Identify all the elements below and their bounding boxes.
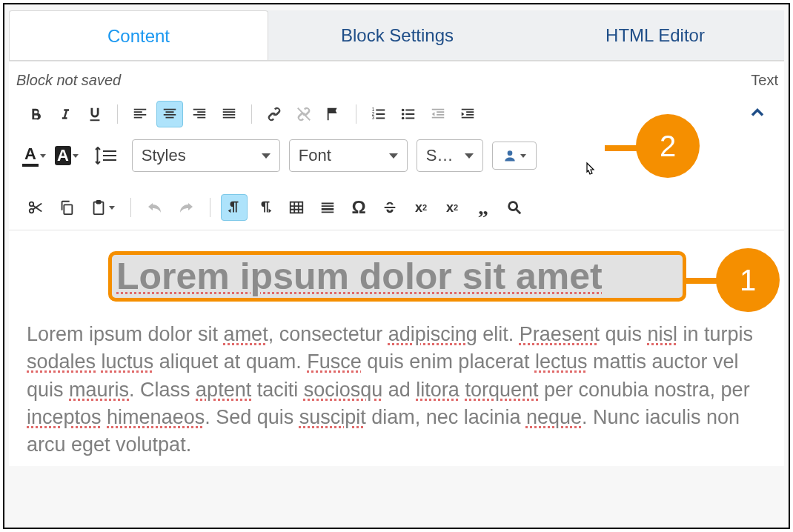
- table-button[interactable]: [283, 194, 310, 221]
- bold-button[interactable]: [22, 101, 49, 127]
- svg-point-3: [402, 109, 405, 112]
- hr-button[interactable]: [314, 194, 341, 221]
- strikethrough-icon: [382, 199, 398, 216]
- text: in turpis: [677, 323, 753, 345]
- text: quis enim placerat: [362, 350, 535, 373]
- hr-icon: [319, 199, 336, 216]
- italic-button[interactable]: [52, 101, 79, 127]
- align-left-button[interactable]: [127, 101, 153, 127]
- line-height-button[interactable]: [87, 142, 123, 169]
- outdent-button[interactable]: [425, 101, 451, 127]
- font-select-label: Font: [299, 146, 331, 165]
- bg-color-button[interactable]: A: [55, 146, 79, 165]
- text: [96, 350, 102, 373]
- spell-error: sodales: [27, 350, 96, 373]
- styles-select[interactable]: Styles: [132, 139, 280, 172]
- toolbar-row-3: Ω x2 x2 „: [9, 178, 784, 230]
- align-center-button[interactable]: [156, 101, 183, 127]
- text-color-button[interactable]: A: [22, 144, 46, 167]
- spell-error: neque: [526, 406, 582, 428]
- person-icon: [502, 148, 517, 163]
- align-justify-button[interactable]: [216, 101, 242, 127]
- tab-html-editor[interactable]: HTML Editor: [526, 10, 784, 60]
- caret-down-icon: [73, 154, 79, 158]
- collapse-toolbar-button[interactable]: [747, 102, 778, 126]
- spell-error: sociosqu: [304, 379, 383, 401]
- save-status: Block not saved: [16, 72, 121, 89]
- svg-point-4: [402, 113, 405, 116]
- content-panel: Block not saved Text: [9, 61, 784, 230]
- spell-error: suscipit: [299, 406, 366, 428]
- underline-button[interactable]: [82, 101, 108, 127]
- numbered-list-button[interactable]: 123: [365, 101, 392, 127]
- text: aliquet at quam.: [153, 350, 307, 373]
- size-select-label: S…: [426, 146, 454, 165]
- link-icon: [265, 106, 283, 122]
- text: , consectetur: [268, 323, 388, 345]
- bullet-list-button[interactable]: [395, 101, 422, 127]
- special-char-button[interactable]: Ω: [345, 194, 372, 221]
- align-left-icon: [131, 106, 149, 122]
- separator: [251, 104, 252, 124]
- strikethrough-button[interactable]: [376, 194, 403, 221]
- bg-color-icon: A: [55, 146, 71, 165]
- search-icon: [506, 199, 522, 216]
- font-select[interactable]: Font: [289, 139, 408, 172]
- outdent-icon: [429, 106, 447, 122]
- rtl-icon: [257, 199, 273, 216]
- indent-icon: [459, 106, 477, 122]
- personalize-button[interactable]: [492, 142, 537, 170]
- text-color-icon: A: [22, 144, 39, 167]
- flag-button[interactable]: [320, 101, 347, 127]
- body-paragraph[interactable]: Lorem ipsum dolor sit amet, consectetur …: [27, 321, 766, 459]
- align-right-button[interactable]: [186, 101, 213, 127]
- scissors-icon: [27, 199, 44, 216]
- numbered-list-icon: 123: [370, 106, 388, 122]
- undo-button[interactable]: [142, 194, 168, 221]
- align-justify-icon: [220, 106, 238, 122]
- unlink-button[interactable]: [291, 101, 317, 127]
- caret-down-icon: [109, 206, 115, 210]
- paste-button[interactable]: [84, 194, 120, 221]
- find-button[interactable]: [501, 194, 528, 221]
- indent-button[interactable]: [454, 101, 481, 127]
- redo-icon: [177, 200, 195, 215]
- heading-highlight: Lorem ipsum dolor sit amet: [108, 251, 686, 302]
- spell-error: adipiscing: [388, 323, 477, 345]
- spell-error: himenaeos: [107, 406, 205, 428]
- bullet-list-icon: [399, 106, 417, 122]
- blockquote-button[interactable]: „: [470, 194, 497, 221]
- svg-point-6: [507, 150, 512, 156]
- text: per conubia nostra, per: [538, 379, 749, 401]
- superscript-button[interactable]: x2: [439, 194, 465, 221]
- text: diam, nec lacinia: [366, 406, 526, 428]
- svg-rect-9: [64, 205, 72, 214]
- tab-content[interactable]: Content: [9, 10, 268, 60]
- heading-text[interactable]: Lorem ipsum dolor sit amet: [116, 256, 603, 297]
- tab-block-settings[interactable]: Block Settings: [268, 10, 526, 60]
- size-select[interactable]: S…: [417, 139, 483, 172]
- cut-button[interactable]: [22, 194, 49, 221]
- status-row: Block not saved Text: [9, 61, 784, 93]
- editor-frame: Content Block Settings HTML Editor Block…: [3, 3, 790, 529]
- flag-icon: [325, 106, 342, 122]
- svg-text:3: 3: [372, 115, 375, 120]
- styles-select-label: Styles: [142, 146, 186, 165]
- ltr-icon: [226, 199, 242, 216]
- redo-button[interactable]: [173, 194, 199, 221]
- caret-down-icon: [262, 153, 271, 159]
- copy-button[interactable]: [53, 194, 80, 221]
- editor-content[interactable]: Lorem ipsum dolor sit amet 1 Lorem ipsum…: [9, 230, 784, 466]
- text: . Class: [129, 379, 196, 401]
- link-button[interactable]: [261, 101, 288, 127]
- rtl-button[interactable]: [252, 194, 279, 221]
- text: Lorem ipsum dolor sit: [27, 323, 224, 345]
- spell-error: Praesent: [520, 323, 600, 345]
- text: . Sed quis: [205, 406, 299, 428]
- subscript-button[interactable]: x2: [408, 194, 434, 221]
- caret-down-icon: [465, 153, 474, 159]
- ltr-button[interactable]: [221, 194, 248, 221]
- spell-error: Fusce: [307, 350, 362, 373]
- line-height-icon: [93, 147, 118, 164]
- text: elit.: [477, 323, 520, 345]
